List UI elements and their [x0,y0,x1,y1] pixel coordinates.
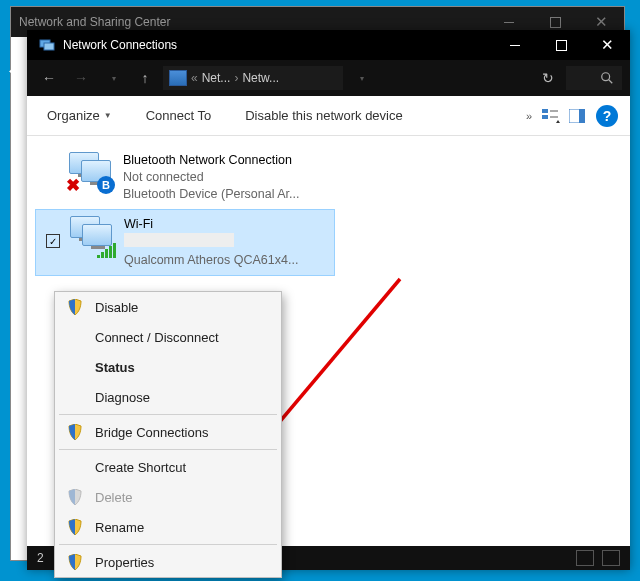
shield-icon [67,299,83,315]
view-large-icon[interactable] [602,550,620,566]
nav-history-dropdown[interactable]: ▾ [99,64,127,92]
ctx-rename[interactable]: Rename [55,512,281,542]
context-menu: Disable Connect / Disconnect Status Diag… [54,291,282,578]
ctx-label: Create Shortcut [95,460,186,475]
ctx-connect-disconnect[interactable]: Connect / Disconnect [55,322,281,352]
minimize-button[interactable] [492,30,538,60]
view-options-button[interactable] [540,105,562,127]
ctx-separator [59,544,277,545]
connection-device: Qualcomm Atheros QCA61x4... [124,252,298,269]
refresh-button[interactable]: ↻ [534,64,562,92]
ctx-label: Properties [95,555,154,570]
organize-menu[interactable]: Organize▼ [39,104,120,127]
breadcrumb-dropdown[interactable]: ▾ [347,64,375,92]
shield-icon [67,519,83,535]
connection-device: Bluetooth Device (Personal Ar... [123,186,299,203]
bluetooth-badge-icon: B [97,176,115,194]
help-button[interactable]: ? [596,105,618,127]
search-box[interactable] [566,66,622,90]
toolbar: Organize▼ Connect To Disable this networ… [27,96,630,136]
breadcrumb-sep-icon: « [191,71,198,85]
nav-back-button[interactable]: ← [35,64,63,92]
ctx-disable[interactable]: Disable [55,292,281,322]
shield-icon [67,424,83,440]
svg-rect-4 [542,109,548,113]
shield-icon [67,489,83,505]
connection-icon: ✖ B [69,152,113,192]
connect-to-button[interactable]: Connect To [138,104,220,127]
breadcrumb-chevron-icon: › [234,71,238,85]
ctx-diagnose[interactable]: Diagnose [55,382,281,412]
preview-pane-button[interactable] [566,105,588,127]
ctx-separator [59,414,277,415]
shield-icon [67,554,83,570]
ctx-label: Disable [95,300,138,315]
connection-text: Bluetooth Network Connection Not connect… [123,152,299,203]
search-icon [600,71,614,85]
svg-rect-5 [542,115,548,119]
breadcrumb-seg[interactable]: Netw... [242,71,279,85]
nav-bar: ← → ▾ ↑ « Net... › Netw... ▾ ↻ [27,60,630,96]
window-controls: ✕ [492,30,630,60]
breadcrumb-seg[interactable]: Net... [202,71,231,85]
ctx-delete: Delete [55,482,281,512]
connection-name: Bluetooth Network Connection [123,152,299,169]
connection-icon [70,216,114,256]
svg-point-2 [602,73,610,81]
ctx-properties[interactable]: Properties [55,547,281,577]
connection-status: Not connected [123,169,299,186]
toolbar-overflow-button[interactable]: » [520,110,538,122]
svg-rect-1 [44,43,54,50]
maximize-button[interactable] [538,30,584,60]
ctx-status[interactable]: Status [55,352,281,382]
ctx-bridge-connections[interactable]: Bridge Connections [55,417,281,447]
close-button[interactable]: ✕ [584,30,630,60]
ctx-label: Delete [95,490,133,505]
ctx-label: Bridge Connections [95,425,208,440]
connection-item-wifi[interactable]: ✓ Wi-Fi Qualcomm Atheros QCA61x4... [35,209,335,276]
window-title: Network Connections [63,38,177,52]
ctx-label: Diagnose [95,390,150,405]
disable-device-button[interactable]: Disable this network device [237,104,411,127]
svg-line-3 [609,80,613,84]
nav-up-button[interactable]: ↑ [131,64,159,92]
connection-checkbox[interactable]: ✓ [46,234,60,248]
signal-bars-icon [97,243,116,258]
connection-name: Wi-Fi [124,216,298,233]
ctx-label: Connect / Disconnect [95,330,219,345]
svg-rect-9 [579,109,585,123]
fg-titlebar[interactable]: Network Connections ✕ [27,30,630,60]
bg-window-title: Network and Sharing Center [19,15,170,29]
ctx-separator [59,449,277,450]
ctx-label: Status [95,360,135,375]
breadcrumb-icon [169,70,187,86]
connection-text: Wi-Fi Qualcomm Atheros QCA61x4... [124,216,298,269]
window-icon [39,37,55,53]
ctx-label: Rename [95,520,144,535]
browser-back-icon: ← [2,56,26,86]
nav-forward-button[interactable]: → [67,64,95,92]
disconnected-x-icon: ✖ [66,179,82,195]
ctx-create-shortcut[interactable]: Create Shortcut [55,452,281,482]
item-count: 2 [37,551,44,565]
breadcrumb[interactable]: « Net... › Netw... [163,66,343,90]
view-details-icon[interactable] [576,550,594,566]
connection-item-bluetooth[interactable]: ✖ B Bluetooth Network Connection Not con… [35,146,622,209]
connection-status [124,233,234,247]
